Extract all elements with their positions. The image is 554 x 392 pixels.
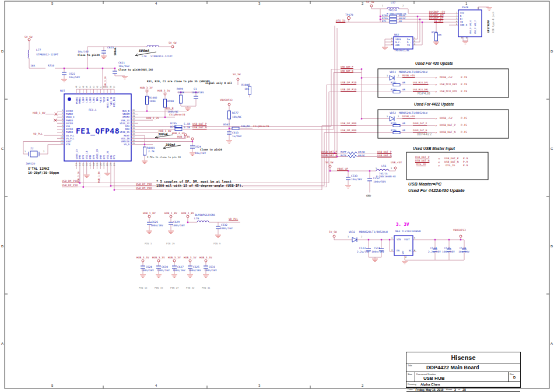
part-label-r741: R741 — [391, 82, 397, 84]
part-label-vbus: VBUS — [395, 38, 401, 41]
net-label-usb-dat-n: USB_DAT_N — [377, 155, 391, 158]
frame-col-label: 2 — [362, 384, 363, 387]
text-1: 1 — [387, 75, 388, 78]
text-used-usb-master-input: Used USB Master Input — [413, 147, 455, 151]
part-label-x528: X528 — [462, 6, 468, 9]
part-label-c514: C514 — [374, 247, 380, 250]
part-label-stpb2012-121pt: STPB2012-121PT — [36, 54, 58, 57]
text-pin-32: PIN 32 — [186, 287, 194, 289]
net-label-label: » — [435, 76, 437, 79]
text-2-7k-1-close-to-pin-28: 2.7K+-1% close to pin 28 — [147, 156, 181, 159]
text-1: 1 — [456, 12, 457, 15]
title-block: Hisense Title DDP4422 Main Board Size Do… — [406, 352, 521, 388]
part-label-r705: R705 — [170, 123, 177, 125]
part-label-5-1r: 5.1R — [184, 127, 190, 130]
net-label-usb-dm-p10: USB_DM_P10 — [341, 89, 356, 92]
net-label-usb-dat-n: USB_DAT_N — [192, 127, 206, 130]
text-usb-type-b-jack: USB type-B jack — [492, 12, 495, 33]
frame-row-label: C — [551, 147, 553, 150]
part-label-r1002: R1002 — [149, 97, 157, 100]
net-label-usb-dat-p: USB_DAT_P — [444, 158, 458, 160]
part-label-l77: L77 — [36, 49, 41, 52]
text-3: 3 — [391, 250, 392, 252]
net-label-otg-id: OTG_ID — [336, 20, 345, 23]
net-label-5v-sw: 5V_SW — [169, 42, 177, 45]
part-label-tp170: TP170 — [345, 14, 353, 17]
part-label-r1001: R1001 — [147, 147, 155, 150]
drawing-label: Drawing — [408, 383, 416, 386]
net-label-dusb-dat-p: DUSB_DAT_P — [413, 123, 427, 125]
text-300ma: 300mA — [166, 144, 176, 147]
text-r31-r29-c1-are-close-to-pin-35-vbusm: R31, R29, C1 are close to pin 35 (VBUSM)… — [147, 80, 212, 83]
of-label: of — [458, 388, 460, 391]
net-label-hub-3-3v: HUB_3_3V — [152, 257, 165, 260]
part-label-c632: C632 — [221, 224, 227, 227]
part-label-r478: R478 — [341, 155, 346, 157]
net-label-usb-mcu-dp1: USB_MCU_DP1 — [413, 82, 429, 84]
net-label-usb-dp-p10: USB_DP_P10 — [62, 184, 78, 187]
part-label-100n-16v: 100n/16V — [371, 251, 384, 254]
part-label-100n-50v: 100n/50V — [373, 181, 386, 184]
part-label-c533: C533 — [351, 175, 357, 178]
net-label-usb-dm-p10: USB_DM_P10 — [62, 180, 78, 183]
part-label-n62: N62 — [394, 34, 399, 37]
frame-row-label: A — [1, 342, 3, 345]
schematic-labels: 5544332211DDCCBBAA5V_SWL77STPB2012-121PT… — [0, 0, 554, 392]
net-label-label: » — [435, 83, 437, 86]
frame-row-label: B — [1, 244, 3, 248]
schematic-sheet: FE1_QFP48FE1.1N151OVCB236BUS_B48OVCB113V… — [0, 0, 554, 392]
part-label-c629: C629 — [173, 221, 180, 224]
net-label-usb-mcu-dm1: USB_MCU_DM1 — [440, 90, 457, 93]
net-label-usb-mcu-dp1: USB_MCU_DP1 — [440, 83, 457, 86]
net-label-dusb-dat-n: DUSB_DAT_N — [440, 131, 455, 134]
frame-col-label: 5 — [51, 384, 53, 387]
text-1: 1 — [414, 38, 415, 40]
part-label-c627: C627 — [177, 266, 184, 269]
part-label-100n-16v: 100n/16V — [172, 225, 185, 228]
text-300ma: 300mA — [158, 133, 168, 136]
rev-value: D — [513, 376, 516, 379]
net-label-usb-dm-p00: USB_DM_P00 — [341, 130, 356, 132]
part-label-gnd-8: GND_8 — [460, 24, 467, 26]
net-label-p-19: P.19 — [461, 90, 467, 93]
net-label-hub-1-8v: HUB_1_8V — [98, 172, 100, 183]
net-label-musb-5v: MUSB_+5V — [440, 76, 453, 79]
text-signal-only-8-mil: signal only 8 mil — [205, 82, 232, 85]
part-label-c626: C626 — [152, 221, 158, 224]
part-label-r706: R706 — [170, 126, 177, 129]
part-label-2-2u-16v: 2.2u/16V — [428, 251, 441, 254]
text-1: 1 — [348, 236, 349, 239]
net-label-hub-1-8v: HUB_1_8V — [33, 112, 45, 115]
net-label-usb-dat-n: USB_DAT_N — [415, 160, 429, 163]
net-label-hub-3-3v: HUB_3_3V — [168, 257, 181, 260]
net-label-usb-dat-n: USB_DAT_N — [341, 70, 353, 72]
part-label-vd52: VD52 — [390, 112, 396, 115]
net-label-label: » — [435, 124, 437, 127]
title-label: Title — [408, 364, 412, 367]
part-label-2-7k: 2.7k — [148, 150, 155, 153]
part-label-100n-16v: 100n/16V — [191, 92, 204, 94]
part-label-gnd-9-gnd-6: GND_9 GND_6 — [470, 20, 472, 34]
part-label-r710: R710 — [48, 65, 54, 68]
part-label-stpb2012-121pt: STPB2012-121PT — [150, 55, 173, 58]
company-name: Hisense — [406, 352, 520, 363]
net-label-musb-5v: MUSB_+5V — [402, 75, 415, 78]
net-label-usb-dat-p: USB_DAT_P — [192, 123, 206, 126]
text-used-for-430-update: Used For 430 Update — [415, 62, 453, 66]
frame-col-label: 4 — [155, 2, 157, 5]
net-label-5v-sw: 5V_SW — [366, 1, 374, 4]
frame-row-label: A — [551, 342, 553, 345]
part-label-1u-16v: 1u/16V — [232, 135, 241, 138]
frame-row-label: C — [1, 147, 3, 150]
part-label-c631: C631 — [209, 266, 215, 269]
net-label-otg-id: OTG_ID — [416, 163, 426, 166]
part-label-r577: R577 — [232, 112, 239, 115]
part-label-c623: C623 — [107, 47, 114, 50]
text-3: 3 — [456, 18, 457, 20]
text-4: 4 — [456, 21, 457, 23]
part-label-gnd: GND — [395, 44, 399, 47]
date-row: Date: Friday, May 15, 2015 Sheet 3 of 28 — [406, 387, 520, 392]
net-label-vd-pll: VD_PLL — [229, 218, 238, 221]
date-value: Friday, May 15, 2015 — [416, 388, 444, 391]
text-ddp4422: DDP4422 — [417, 132, 432, 136]
